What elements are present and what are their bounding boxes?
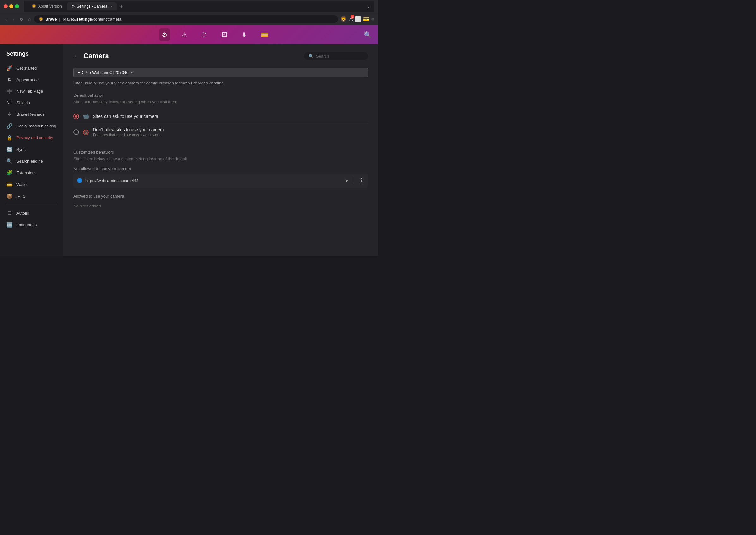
radio-block-outer: [73, 129, 79, 135]
site-url: https://webcamtests.com:443: [85, 178, 342, 183]
tab-about-version[interactable]: 🦁 About Version: [28, 2, 66, 11]
site-favicon-icon: [77, 178, 82, 183]
allowed-section: Allowed to use your camera No sites adde…: [73, 194, 368, 211]
sidebar-label-social-media-blocking: Social media blocking: [16, 124, 56, 128]
sidebar-item-brave-rewards[interactable]: ⚠ Brave Rewards: [0, 108, 63, 120]
back-navigation-button[interactable]: ‹: [4, 16, 9, 22]
sidebar-label-autofill: Autofill: [16, 211, 29, 216]
default-behavior-subtitle: Sites automatically follow this setting …: [73, 99, 368, 104]
toolbar-alerts-icon[interactable]: ⚠: [179, 28, 190, 41]
tab-close-button[interactable]: ×: [110, 5, 112, 8]
toolbar-media-icon[interactable]: 🖼: [219, 29, 230, 41]
sidebar-item-privacy-and-security[interactable]: 🔒 Privacy and security: [0, 132, 63, 144]
minimize-button[interactable]: [10, 4, 13, 8]
search-engine-icon: 🔍: [6, 158, 13, 164]
sidebar-title: Settings: [0, 51, 63, 62]
new-tab-page-icon: ➕: [6, 88, 13, 94]
sidebar-item-social-media-blocking[interactable]: 🔗 Social media blocking: [0, 120, 63, 132]
radio-allow-label-group: Sites can ask to use your camera: [93, 114, 158, 119]
sidebar-label-ipfs: IPFS: [16, 194, 26, 199]
customized-behaviors-section: Customized behaviors Sites listed below …: [73, 150, 368, 211]
new-tab-button[interactable]: +: [118, 4, 124, 9]
sidebar-label-brave-rewards: Brave Rewards: [16, 112, 44, 117]
reload-button[interactable]: ↺: [18, 16, 25, 22]
url-display: Brave | brave://settings/content/camera: [45, 17, 122, 21]
delete-site-button[interactable]: 🗑: [359, 178, 364, 183]
content-area: ← Camera 🔍 HD Pro Webcam C920 (046 ▼ Sit…: [63, 44, 378, 256]
sidebar-item-shields[interactable]: 🛡 Shields: [0, 97, 63, 108]
no-sites-message: No sites added: [73, 201, 368, 211]
wallet-button[interactable]: 💳: [363, 16, 369, 22]
toolbar-search-icon[interactable]: 🔍: [364, 31, 372, 39]
sidebar-item-search-engine[interactable]: 🔍 Search engine: [0, 155, 63, 167]
get-started-icon: 🚀: [6, 65, 13, 71]
sidebar-label-privacy-and-security: Privacy and security: [16, 135, 53, 140]
tab-settings-camera[interactable]: ⚙ Settings - Camera ×: [67, 2, 117, 11]
traffic-lights: [4, 4, 19, 8]
sync-icon: 🔄: [6, 146, 13, 153]
address-bar-actions: 🦁 ⚠ 1 ⬜ 💳 ≡: [340, 16, 374, 22]
sidebar-item-appearance[interactable]: 🖥 Appearance: [0, 74, 63, 85]
sidebar-item-languages[interactable]: 🔤 Languages: [0, 219, 63, 231]
forward-navigation-button[interactable]: ›: [11, 16, 16, 22]
ipfs-icon: 📦: [6, 193, 13, 199]
tab-favicon: 🦁: [32, 4, 36, 9]
wallet-icon: 💳: [6, 182, 13, 187]
customized-behaviors-title: Customized behaviors: [73, 150, 368, 155]
toolbar-settings-icon[interactable]: ⚙: [159, 28, 170, 41]
brave-rewards-icon: ⚠: [6, 111, 13, 117]
radio-block-camera[interactable]: 📵 Don't allow sites to use your camera F…: [73, 123, 368, 141]
dropdown-chevron-icon: ▼: [130, 71, 134, 74]
sidebar-label-shields: Shields: [16, 100, 30, 105]
sidebar-item-get-started[interactable]: 🚀 Get started: [0, 62, 63, 74]
autofill-icon: ☰: [6, 210, 13, 216]
sidebar: Settings 🚀 Get started 🖥 Appearance ➕ Ne…: [0, 44, 63, 256]
tab-label: About Version: [38, 4, 62, 9]
sidebar-toggle-button[interactable]: ⬜: [355, 16, 361, 22]
toolbar-history-icon[interactable]: ⏱: [199, 29, 210, 41]
sidebar-item-autofill[interactable]: ☰ Autofill: [0, 208, 63, 219]
radio-block-sublabel: Features that need a camera won't work: [93, 133, 164, 137]
sidebar-item-new-tab-page[interactable]: ➕ New Tab Page: [0, 85, 63, 97]
camera-description: Sites usually use your video camera for …: [73, 81, 368, 85]
radio-allow-camera[interactable]: 📹 Sites can ask to use your camera: [73, 109, 368, 123]
sidebar-divider: [6, 205, 57, 205]
menu-button[interactable]: ≡: [371, 16, 374, 22]
sidebar-label-sync: Sync: [16, 147, 26, 152]
sidebar-label-languages: Languages: [16, 223, 37, 227]
brave-logo-icon: 🦁: [39, 17, 43, 21]
camera-block-icon: 📵: [83, 129, 89, 135]
privacy-security-icon: 🔒: [6, 135, 13, 141]
tab-list-chevron-icon[interactable]: ⌄: [366, 4, 370, 9]
expand-site-button[interactable]: ▶: [346, 178, 349, 183]
radio-allow-inner: [75, 115, 77, 118]
default-behavior-section: Default behavior Sites automatically fol…: [73, 93, 368, 141]
toolbar-wallet-icon[interactable]: 💳: [258, 28, 271, 41]
notification-button[interactable]: ⚠ 1: [349, 16, 353, 22]
sidebar-item-wallet[interactable]: 💳 Wallet: [0, 179, 63, 190]
radio-block-label-group: Don't allow sites to use your camera Fea…: [93, 127, 164, 137]
camera-device-label: HD Pro Webcam C920 (046: [77, 70, 129, 75]
close-button[interactable]: [4, 4, 8, 8]
camera-device-select[interactable]: HD Pro Webcam C920 (046 ▼: [73, 68, 368, 77]
search-input[interactable]: [316, 54, 364, 59]
sidebar-item-ipfs[interactable]: 📦 IPFS: [0, 190, 63, 202]
maximize-button[interactable]: [15, 4, 19, 8]
appearance-icon: 🖥: [6, 77, 13, 83]
url-bar[interactable]: 🦁 Brave | brave://settings/content/camer…: [34, 15, 338, 23]
sidebar-label-search-engine: Search engine: [16, 159, 43, 163]
sidebar-label-appearance: Appearance: [16, 77, 39, 82]
extensions-icon: 🧩: [6, 170, 13, 176]
bookmark-button[interactable]: ☆: [28, 17, 32, 22]
brave-shield-icon[interactable]: 🦁: [340, 16, 347, 22]
radio-block-label: Don't allow sites to use your camera: [93, 127, 164, 132]
toolbar-downloads-icon[interactable]: ⬇: [239, 28, 249, 41]
tab-settings-favicon: ⚙: [71, 4, 75, 9]
back-button[interactable]: ←: [73, 53, 79, 59]
camera-allow-icon: 📹: [83, 113, 89, 119]
sidebar-item-sync[interactable]: 🔄 Sync: [0, 144, 63, 155]
toolbar: ⚙ ⚠ ⏱ 🖼 ⬇ 💳 🔍: [0, 25, 378, 44]
search-box: 🔍: [304, 52, 368, 60]
sidebar-item-extensions[interactable]: 🧩 Extensions: [0, 167, 63, 179]
action-divider: [354, 177, 354, 184]
